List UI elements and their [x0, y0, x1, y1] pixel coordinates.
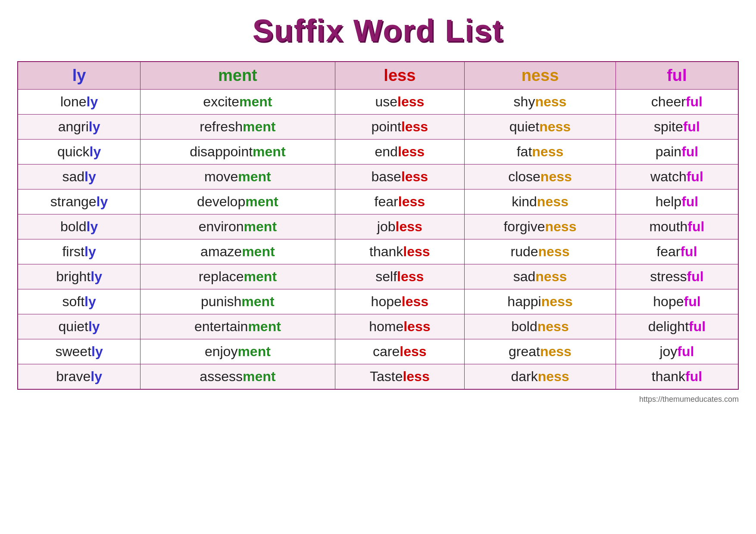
cell-ful: watchful — [615, 165, 738, 189]
cell-ful: delightful — [615, 314, 738, 339]
cell-ness: sadness — [465, 264, 616, 289]
cell-ment: amazement — [141, 239, 335, 264]
cell-ness: rudeness — [465, 239, 616, 264]
cell-ly: boldly — [18, 214, 141, 239]
cell-ful: cheerful — [615, 90, 738, 115]
footer-url: https://themumeducates.com — [639, 395, 739, 404]
cell-less: baseless — [335, 165, 465, 189]
cell-ment: excitement — [141, 90, 335, 115]
cell-ly: brightly — [18, 264, 141, 289]
cell-ful: thankful — [615, 364, 738, 390]
cell-ful: helpful — [615, 189, 738, 214]
cell-ment: enjoyment — [141, 339, 335, 364]
cell-ness: closeness — [465, 165, 616, 189]
cell-less: selfless — [335, 264, 465, 289]
table-row: firstlyamazementthanklessrudenessfearful — [18, 239, 738, 264]
table-row: lonelyexcitementuselessshynesscheerful — [18, 90, 738, 115]
cell-ness: quietness — [465, 115, 616, 140]
cell-less: Tasteless — [335, 364, 465, 390]
table-row: softlypunishmenthopelesshappinesshopeful — [18, 289, 738, 314]
cell-ness: fatness — [465, 140, 616, 165]
cell-ly: quietly — [18, 314, 141, 339]
cell-less: jobless — [335, 214, 465, 239]
header-row: ly ment less ness ful — [18, 62, 738, 90]
table-row: sadlymovementbaselessclosenesswatchful — [18, 165, 738, 189]
cell-less: careless — [335, 339, 465, 364]
cell-ly: bravely — [18, 364, 141, 390]
cell-ment: development — [141, 189, 335, 214]
cell-less: fearless — [335, 189, 465, 214]
page-title: Suffix Word List — [253, 13, 504, 48]
cell-ly: strangely — [18, 189, 141, 214]
cell-ment: refreshment — [141, 115, 335, 140]
cell-ly: firstly — [18, 239, 141, 264]
table-row: quietlyentertainmenthomelessboldnessdeli… — [18, 314, 738, 339]
cell-ful: painful — [615, 140, 738, 165]
cell-ness: boldness — [465, 314, 616, 339]
cell-less: endless — [335, 140, 465, 165]
cell-ness: forgiveness — [465, 214, 616, 239]
cell-less: thankless — [335, 239, 465, 264]
cell-ly: sadly — [18, 165, 141, 189]
cell-ment: environment — [141, 214, 335, 239]
header-less: less — [335, 62, 465, 90]
table-row: boldlyenvironmentjoblessforgivenessmouth… — [18, 214, 738, 239]
cell-ness: shyness — [465, 90, 616, 115]
cell-ly: angrily — [18, 115, 141, 140]
table-row: sweetlyenjoymentcarelessgreatnessjoyful — [18, 339, 738, 364]
cell-ful: joyful — [615, 339, 738, 364]
cell-ment: entertainment — [141, 314, 335, 339]
cell-less: pointless — [335, 115, 465, 140]
cell-ment: disappointment — [141, 140, 335, 165]
table-row: strangelydevelopmentfearlesskindnesshelp… — [18, 189, 738, 214]
cell-ly: sweetly — [18, 339, 141, 364]
cell-less: hopeless — [335, 289, 465, 314]
cell-ment: punishment — [141, 289, 335, 314]
cell-ly: softly — [18, 289, 141, 314]
cell-ful: mouthful — [615, 214, 738, 239]
word-table: ly ment less ness ful lonelyexcitementus… — [17, 61, 739, 390]
cell-ly: quickly — [18, 140, 141, 165]
table-row: brightlyreplacementselflesssadnessstress… — [18, 264, 738, 289]
cell-ness: kindness — [465, 189, 616, 214]
header-ly: ly — [18, 62, 141, 90]
table-row: quicklydisappointmentendlessfatnesspainf… — [18, 140, 738, 165]
cell-ment: movement — [141, 165, 335, 189]
cell-less: homeless — [335, 314, 465, 339]
cell-less: useless — [335, 90, 465, 115]
cell-ment: assessment — [141, 364, 335, 390]
header-ness: ness — [465, 62, 616, 90]
table-row: angrilyrefreshmentpointlessquietnessspit… — [18, 115, 738, 140]
cell-ful: spiteful — [615, 115, 738, 140]
cell-ness: greatness — [465, 339, 616, 364]
cell-ment: replacement — [141, 264, 335, 289]
cell-ly: lonely — [18, 90, 141, 115]
cell-ful: hopeful — [615, 289, 738, 314]
cell-ness: darkness — [465, 364, 616, 390]
header-ment: ment — [141, 62, 335, 90]
table-row: bravelyassessmentTastelessdarknessthankf… — [18, 364, 738, 390]
cell-ful: stressful — [615, 264, 738, 289]
header-ful: ful — [615, 62, 738, 90]
cell-ness: happiness — [465, 289, 616, 314]
cell-ful: fearful — [615, 239, 738, 264]
